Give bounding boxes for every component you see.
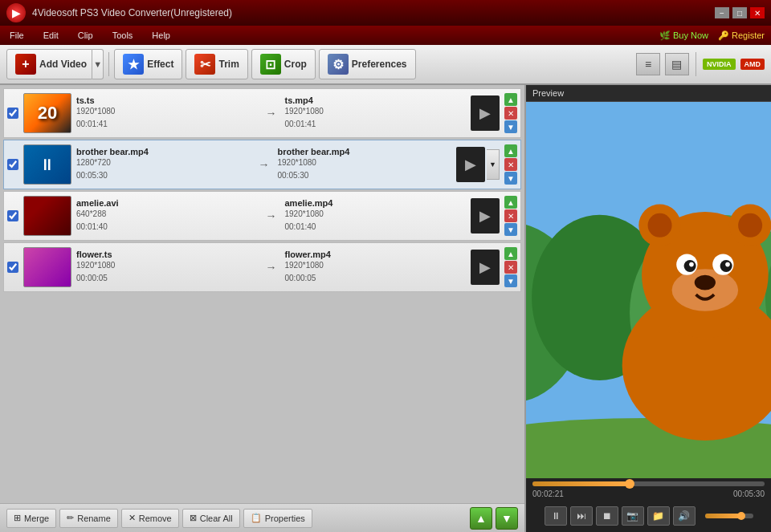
svg-point-19	[725, 262, 730, 267]
minimize-button[interactable]: −	[715, 7, 729, 18]
maximize-button[interactable]: □	[732, 7, 747, 18]
file-name-4: flower.ts	[76, 250, 258, 259]
menu-file[interactable]: File	[6, 29, 27, 42]
volume-button[interactable]: 🔊	[673, 506, 696, 526]
add-video-icon: +	[15, 54, 36, 75]
trim-button[interactable]: ✂ Trim	[186, 49, 247, 79]
grid-view-button[interactable]: ▤	[665, 53, 689, 75]
bottom-toolbar: ⊞ Merge ✏ Rename ✕ Remove ⊠ Clear All 📋 …	[0, 503, 524, 532]
arrow-icon-2: →	[259, 158, 270, 171]
file-info-2: brother bear.mp4 1280*72000:05:30	[76, 147, 251, 182]
file-checkbox-3[interactable]	[7, 210, 18, 221]
arrow-icon-4: →	[266, 261, 277, 274]
pause-button[interactable]: ⏸	[545, 506, 567, 526]
delete-btn-2[interactable]: ✕	[504, 158, 517, 171]
delete-btn-4[interactable]: ✕	[504, 261, 517, 274]
clear-icon: ⊠	[190, 513, 197, 523]
seekbar[interactable]	[532, 481, 765, 486]
seekbar-fill	[532, 481, 630, 486]
remove-button[interactable]: ✕ Remove	[121, 509, 179, 528]
svg-point-20	[695, 275, 716, 290]
rename-button[interactable]: ✏ Rename	[59, 509, 118, 528]
time-current: 00:02:21	[532, 489, 564, 498]
folder-button[interactable]: 📁	[647, 506, 670, 526]
menu-edit[interactable]: Edit	[40, 29, 62, 42]
move-up-btn-4[interactable]: ▲	[504, 247, 517, 260]
move-list-down-button[interactable]: ▼	[496, 507, 518, 530]
add-video-dropdown[interactable]: ▼	[92, 49, 104, 79]
file-actions-1: ▲ ✕ ▼	[504, 93, 517, 133]
preview-time: 00:02:21 00:05:30	[532, 489, 765, 498]
format-icon-4: ▶	[471, 250, 500, 285]
titlebar: ▶ 4Videosoft PS3 Video Converter(Unregis…	[0, 0, 771, 26]
crop-button[interactable]: ⊡ Crop	[251, 49, 316, 79]
file-thumbnail-2: ⏸	[23, 144, 71, 185]
effect-button[interactable]: ★ Effect	[114, 49, 182, 79]
register-link[interactable]: 🔑 Register	[718, 30, 765, 41]
move-down-btn-2[interactable]: ▼	[504, 172, 517, 185]
file-name-3: amelie.avi	[76, 198, 258, 208]
close-button[interactable]: ✕	[750, 7, 765, 18]
clear-all-button[interactable]: ⊠ Clear All	[182, 509, 240, 528]
file-checkbox-2[interactable]	[7, 159, 18, 170]
toolbar-separator-2	[696, 52, 696, 76]
next-frame-button[interactable]: ⏭	[570, 506, 593, 526]
move-up-btn-3[interactable]: ▲	[504, 196, 517, 209]
file-actions-2: ▲ ✕ ▼	[504, 144, 517, 185]
preferences-button[interactable]: ⚙ Preferences	[319, 49, 416, 79]
preview-label: Preview	[526, 85, 771, 102]
file-meta-1: 1920*108000:01:41	[76, 105, 258, 131]
screenshot-button[interactable]: 📷	[622, 506, 644, 526]
format-icon-1: ▶	[471, 95, 500, 131]
crop-icon: ⊡	[260, 54, 281, 75]
stop-button[interactable]: ⏹	[596, 506, 618, 526]
file-meta-2: 1280*72000:05:30	[76, 156, 251, 182]
move-down-btn-4[interactable]: ▼	[504, 274, 517, 287]
delete-btn-1[interactable]: ✕	[504, 107, 517, 120]
preview-panel: Preview	[526, 85, 771, 532]
move-list-up-button[interactable]: ▲	[470, 507, 492, 530]
volume-thumb	[737, 512, 745, 520]
table-row: ⏸ brother bear.mp4 1280*72000:05:30 → br…	[3, 140, 521, 189]
add-video-button[interactable]: + Add Video	[6, 49, 92, 79]
move-up-btn-2[interactable]: ▲	[504, 144, 517, 157]
file-checkbox-4[interactable]	[7, 262, 18, 273]
file-actions-3: ▲ ✕ ▼	[504, 196, 517, 236]
format-dropdown-2: ▶ ▼	[456, 147, 500, 182]
file-thumbnail-1: 20	[23, 93, 71, 133]
file-name-2: brother bear.mp4	[76, 147, 251, 156]
move-down-btn-3[interactable]: ▼	[504, 223, 517, 236]
volume-fill	[705, 514, 741, 518]
svg-point-18	[689, 262, 694, 267]
toolbar: + Add Video ▼ ★ Effect ✂ Trim ⊡ Crop ⚙ P…	[0, 45, 771, 85]
menu-help[interactable]: Help	[149, 29, 173, 42]
seekbar-thumb	[625, 479, 634, 489]
menubar: File Edit Clip Tools Help 🌿 Buy Now 🔑 Re…	[0, 26, 771, 45]
table-row: amelie.avi 640*28800:01:40 → amelie.mp4 …	[3, 191, 521, 241]
file-info-1: ts.ts 1920*108000:01:41	[76, 95, 258, 131]
format-dropdown-arrow-2[interactable]: ▼	[487, 149, 500, 180]
move-down-btn-1[interactable]: ▼	[504, 120, 517, 133]
properties-icon: 📋	[251, 513, 262, 523]
rename-icon: ✏	[67, 513, 74, 523]
menu-tools[interactable]: Tools	[109, 29, 137, 42]
file-output-1: ts.mp4 1920*108000:01:41	[285, 95, 467, 131]
list-view-button[interactable]: ≡	[636, 53, 660, 75]
move-up-btn-1[interactable]: ▲	[504, 93, 517, 106]
preview-video	[526, 102, 771, 478]
delete-btn-3[interactable]: ✕	[504, 209, 517, 222]
remove-icon: ✕	[128, 513, 136, 523]
merge-button[interactable]: ⊞ Merge	[6, 509, 56, 528]
svg-point-12	[738, 213, 762, 238]
toolbar-separator-1	[108, 52, 109, 76]
properties-button[interactable]: 📋 Properties	[243, 509, 312, 528]
preferences-icon: ⚙	[328, 54, 349, 75]
buy-now-link[interactable]: 🌿 Buy Now	[659, 30, 708, 41]
preview-frame	[526, 102, 771, 478]
file-checkbox-1[interactable]	[7, 108, 18, 119]
nvidia-badge: NVIDIA	[703, 59, 736, 70]
trim-icon: ✂	[194, 54, 215, 75]
volume-bar[interactable]	[705, 514, 753, 518]
file-output-3: amelie.mp4 1920*108000:01:40	[285, 198, 467, 234]
menu-clip[interactable]: Clip	[75, 29, 96, 42]
